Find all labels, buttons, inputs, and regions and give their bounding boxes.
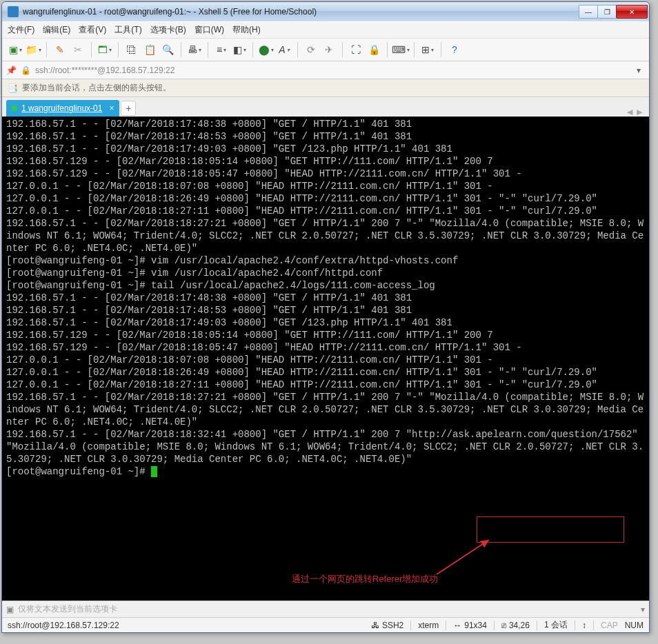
menu-edit[interactable]: 编辑(E) [43, 24, 70, 36]
info-text: 要添加当前会话，点击左侧的箭头按钮。 [22, 82, 171, 94]
titlebar[interactable]: wangruifenglinux-01 - root@wangruifeng-0… [2, 2, 649, 21]
session-tab[interactable]: 1 wangruifenglinux-01 × [6, 100, 119, 117]
reconnect-button[interactable]: ✎ [52, 42, 68, 57]
terminal-line: 127.0.0.1 - - [02/Mar/2018:18:27:11 +080… [6, 205, 645, 217]
tab-row: 1 wangruifenglinux-01 × + ◀ ▶ [2, 97, 649, 117]
toolbar-sep [441, 42, 441, 57]
print-button[interactable]: 🖶 [187, 42, 202, 57]
status-network-icon: ↕ [582, 621, 586, 630]
transfer-button[interactable]: ⬤ [259, 42, 274, 57]
size-icon: ↔ [453, 621, 461, 630]
menu-help[interactable]: 帮助(H) [232, 24, 261, 36]
terminal-line: 127.0.0.1 - - [02/Mar/2018:18:26:49 +080… [6, 192, 645, 205]
window-title: wangruifenglinux-01 - root@wangruifeng-0… [23, 7, 579, 17]
toolbar-sep [181, 42, 181, 57]
menu-tools[interactable]: 工具(T) [114, 24, 141, 36]
terminal-line: 192.168.57.1 - - [02/Mar/2018:17:48:53 +… [6, 304, 645, 316]
command-dropdown-icon[interactable]: ▾ [641, 605, 645, 614]
fullscreen-button[interactable]: ⛶ [348, 42, 363, 57]
paste-button[interactable]: 📋 [142, 42, 157, 57]
status-size: ↔91x34 [453, 621, 487, 630]
open-button[interactable]: 📁 [26, 42, 41, 57]
status-sessions: 1 会话 [544, 619, 568, 631]
command-input[interactable]: 仅将文本发送到当前选项卡 [18, 603, 637, 615]
toolbar: ▣ 📁 ✎ ✂ 🗔 ⿻ 📋 🔍 🖶 ≡ ◧ ⬤ A ⟳ ✈ ⛶ 🔒 ⌨ ⊞ ? [2, 38, 649, 61]
menu-window[interactable]: 窗口(W) [195, 24, 224, 36]
toolbar-sep [208, 42, 208, 57]
status-cap: CAP [601, 621, 618, 630]
maximize-button[interactable]: ❐ [597, 5, 617, 19]
window-controls: — ❐ ✕ [579, 5, 648, 19]
annotation-arrow [430, 536, 499, 578]
close-button[interactable]: ✕ [616, 5, 648, 19]
pin-icon[interactable]: 📌 [6, 66, 17, 75]
menu-file[interactable]: 文件(F) [8, 24, 34, 36]
xftp-button[interactable]: ⟳ [303, 42, 319, 57]
terminal-line: 127.0.0.1 - - [02/Mar/2018:18:27:11 +080… [6, 379, 645, 391]
info-bar: 📑 要添加当前会话，点击左侧的箭头按钮。 [2, 79, 649, 97]
terminal-line: 192.168.57.129 - - [02/Mar/2018:18:05:47… [6, 168, 645, 180]
toolbar-sep [387, 42, 388, 57]
terminal-line: 127.0.0.1 - - [02/Mar/2018:18:26:49 +080… [6, 366, 645, 379]
status-ssh: 🖧SSH2 [371, 621, 403, 630]
terminal-line: 192.168.57.1 - - [02/Mar/2018:17:48:53 +… [6, 130, 645, 143]
toolbar-sep [297, 42, 298, 57]
address-url[interactable]: ssh://root:********@192.168.57.129:22 [35, 66, 628, 75]
terminal-line: 192.168.57.1 - - [02/Mar/2018:18:27:21 +… [6, 391, 645, 428]
cursor-icon: ⎚ [501, 621, 506, 630]
terminal-line: [root@wangruifeng-01 ~]# vim /usr/local/… [6, 267, 645, 279]
disconnect-button[interactable]: ✂ [70, 42, 86, 57]
highlight-box [477, 516, 624, 543]
font-button[interactable]: A [277, 42, 292, 57]
terminal-line: [root@wangruifeng-01 ~]# vim /usr/local/… [6, 254, 645, 267]
menubar: 文件(F) 编辑(E) 查看(V) 工具(T) 选项卡(B) 窗口(W) 帮助(… [2, 21, 649, 38]
new-session-button[interactable]: ▣ [8, 42, 23, 57]
toolbar-sep [46, 42, 47, 57]
find-button[interactable]: 🔍 [160, 42, 175, 57]
address-dropdown-icon[interactable]: ▾ [632, 66, 645, 75]
tab-nav-next[interactable]: ▶ [637, 108, 645, 117]
terminal-line: 192.168.57.1 - - [02/Mar/2018:17:48:38 +… [6, 118, 645, 130]
terminal-line: 192.168.57.1 - - [02/Mar/2018:18:27:21 +… [6, 217, 645, 254]
tab-nav-prev[interactable]: ◀ [627, 108, 635, 117]
command-bar: ▣ 仅将文本发送到当前选项卡 ▾ [2, 601, 649, 617]
terminal-prompt[interactable]: [root@wangruifeng-01 ~]# [6, 465, 645, 478]
layout-button[interactable]: ⊞ [420, 42, 435, 57]
terminal-line: 192.168.57.1 - - [02/Mar/2018:17:49:03 +… [6, 143, 645, 155]
command-send-icon[interactable]: ▣ [6, 605, 14, 614]
app-icon [8, 6, 19, 17]
status-cursor-pos: ⎚34,26 [501, 621, 530, 630]
terminal-output[interactable]: 192.168.57.1 - - [02/Mar/2018:17:48:38 +… [2, 117, 649, 601]
profile-button[interactable]: 🗔 [97, 42, 112, 57]
tab-status-icon [12, 105, 17, 111]
svg-line-0 [437, 540, 489, 574]
toolbar-sep [414, 42, 415, 57]
ssh-icon: 🖧 [371, 621, 379, 630]
tab-label: 1 wangruifenglinux-01 [21, 103, 102, 113]
address-bar: 📌 🔒 ssh://root:********@192.168.57.129:2… [2, 61, 649, 79]
lock-button[interactable]: 🔒 [366, 42, 381, 57]
keyboard-button[interactable]: ⌨ [393, 42, 408, 57]
menu-view[interactable]: 查看(V) [79, 24, 106, 36]
terminal-line: [root@wangruifeng-01 ~]# tail /usr/local… [6, 279, 645, 292]
tab-close-icon[interactable]: × [109, 103, 114, 113]
toolbar-sep [252, 42, 253, 57]
terminal-line: 192.168.57.1 - - [02/Mar/2018:17:48:38 +… [6, 292, 645, 304]
terminal-line: 127.0.0.1 - - [02/Mar/2018:18:07:08 +080… [6, 180, 645, 192]
terminal-line: 127.0.0.1 - - [02/Mar/2018:18:07:08 +080… [6, 354, 645, 366]
add-tab-button[interactable]: + [121, 101, 136, 116]
toolbar-sep [91, 42, 92, 57]
color-scheme-button[interactable]: ◧ [232, 42, 247, 57]
terminal-line: 192.168.57.1 - - [02/Mar/2018:18:32:41 +… [6, 428, 645, 465]
help-button[interactable]: ? [447, 42, 462, 57]
minimize-button[interactable]: — [579, 5, 598, 19]
properties-button[interactable]: ≡ [214, 42, 229, 57]
terminal-line: 192.168.57.129 - - [02/Mar/2018:18:05:14… [6, 329, 645, 341]
copy-button[interactable]: ⿻ [124, 42, 139, 57]
annotation-text: 通过一个网页的跳转Referer增加成功 [292, 573, 438, 585]
info-session-icon[interactable]: 📑 [8, 83, 18, 93]
xagent-button[interactable]: ✈ [321, 42, 337, 57]
menu-tab[interactable]: 选项卡(B) [150, 24, 186, 36]
terminal-line: 192.168.57.129 - - [02/Mar/2018:18:05:14… [6, 155, 645, 168]
toolbar-sep [342, 42, 343, 57]
